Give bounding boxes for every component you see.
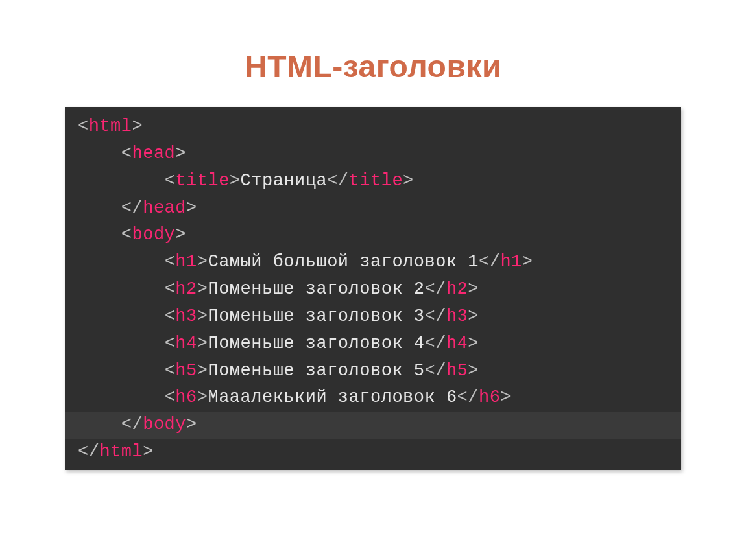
tag-body: body [132,225,176,244]
tag-head: head [132,144,176,163]
tag-html: html [89,117,132,136]
h1-text: Самый большой заголовок 1 [208,252,479,272]
tag-h1-close: h1 [500,252,522,272]
code-editor: <html> <head> <title>Страница</title> </… [65,107,681,470]
tag-h2: h2 [175,279,197,299]
code-line: <h2>Поменьше заголовок 2</h2> [65,276,681,303]
slide-title: HTML-заголовки [0,0,746,107]
tag-title: title [175,171,230,191]
tag-h2-close: h2 [446,279,468,299]
code-line: <body> [65,222,681,249]
tag-h1: h1 [175,252,197,272]
tag-title-close: title [349,171,403,191]
code-line: <h6>Мааалекький заголовок 6</h6> [65,384,681,412]
tag-h4: h4 [175,334,197,353]
code-line: <html> [65,113,681,141]
tag-h6-close: h6 [479,388,500,407]
code-line: <title>Страница</title> [65,168,681,195]
h4-text: Поменьше заголовок 4 [208,334,424,353]
tag-head-close: head [143,198,186,218]
tag-html-close: html [99,442,143,461]
tag-h5-close: h5 [446,361,468,380]
code-line: <h5>Поменьше заголовок 5</h5> [65,358,681,385]
code-line: <h3>Поменьше заголовок 3</h3> [65,303,681,331]
code-line: <head> [65,141,681,168]
tag-h3: h3 [175,307,197,326]
code-line-cursor: </body> [65,412,681,439]
tag-h5: h5 [175,361,197,380]
h6-text: Мааалекький заголовок 6 [208,388,457,407]
tag-body-close: body [143,415,186,434]
h2-text: Поменьше заголовок 2 [208,279,424,299]
title-text: Страница [241,171,328,191]
code-line: </html> [65,439,681,466]
tag-h6: h6 [175,388,197,407]
slide: HTML-заголовки <html> <head> <title>Стра… [0,0,746,560]
tag-h4-close: h4 [446,334,468,353]
text-cursor [197,415,197,435]
code-line: <h1>Самый большой заголовок 1</h1> [65,249,681,276]
tag-h3-close: h3 [446,307,468,326]
code-line: <h4>Поменьше заголовок 4</h4> [65,331,681,358]
h5-text: Поменьше заголовок 5 [208,361,424,380]
h3-text: Поменьше заголовок 3 [208,307,424,326]
code-line: </head> [65,195,681,222]
